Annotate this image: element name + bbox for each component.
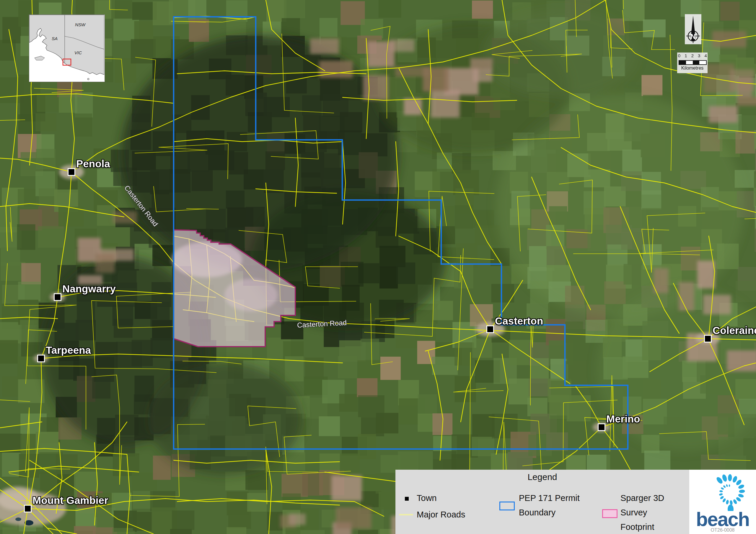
inset-land-shape — [29, 15, 104, 75]
town-label: Casterton — [495, 315, 543, 327]
inset-label-sa: SA — [52, 36, 58, 41]
town-marker-casterton — [486, 325, 494, 333]
north-arrow-n-label: N — [690, 33, 695, 40]
legend-survey-swatch — [602, 509, 617, 518]
inset-kangaroo-island — [35, 56, 44, 60]
town-label: Mount Gambier — [33, 495, 108, 506]
legend-survey-label: Sparger 3D Survey Footprint — [620, 491, 681, 534]
town-marker-penola — [68, 168, 75, 176]
logo-panel: beach OT26-0008 — [689, 470, 756, 534]
scale-tick-0: 0 — [678, 53, 680, 58]
north-arrow: N — [685, 14, 701, 44]
town-label: Nangwarry — [62, 283, 116, 295]
scale-segment-3 — [693, 61, 700, 64]
map-code: OT26-0008 — [689, 527, 756, 533]
legend-town-swatch — [405, 497, 409, 501]
town-label: Coleraine — [713, 324, 756, 336]
scale-segment-4 — [699, 61, 706, 64]
town-marker-nangwarry — [54, 293, 62, 301]
town-label: Penola — [76, 158, 110, 170]
town-marker-mount-gambier — [24, 505, 32, 513]
scale-tick-4: 4 — [704, 53, 707, 58]
inset-label-vic: VIC — [74, 50, 82, 55]
north-arrow-graphic: N — [685, 14, 701, 44]
legend-permit-label: PEP 171 Permit Boundary — [519, 491, 602, 520]
inset-islet — [87, 78, 89, 80]
scale-tick-3: 3 — [698, 53, 700, 58]
scale-bar-unit: Kilometres — [677, 65, 708, 71]
legend-panel: Legend Town Major Roads PEP 171 Permit B… — [395, 470, 689, 534]
inset-locator-map: NSW SA VIC — [29, 14, 105, 82]
legend-title: Legend — [395, 472, 689, 482]
satellite-background — [0, 0, 756, 534]
town-marker-tarpeena — [37, 355, 45, 362]
scale-bar: 01234 Kilometres — [677, 53, 708, 73]
inset-label-nsw: NSW — [75, 22, 85, 27]
town-marker-coleraine — [704, 335, 712, 343]
legend-roads-label: Major Roads — [417, 507, 465, 522]
legend-roads-swatch — [399, 514, 413, 516]
map-figure: Casterton RoadCasterton Road PenolaNangw… — [0, 0, 756, 534]
town-marker-merino — [598, 423, 606, 431]
town-label: Tarpeena — [46, 344, 91, 356]
inset-map-graphic — [29, 15, 104, 81]
beach-logo-wordmark: beach — [689, 510, 756, 528]
town-label: Merino — [606, 413, 640, 425]
legend-town-label: Town — [417, 491, 437, 505]
satellite-map-canvas — [0, 0, 756, 534]
scale-tick-1: 1 — [685, 53, 687, 58]
scale-bar-segments — [679, 60, 707, 65]
scale-segment-2 — [686, 61, 693, 64]
legend-permit-swatch — [500, 501, 515, 510]
scale-segment-1 — [679, 61, 686, 64]
scale-tick-2: 2 — [691, 53, 694, 58]
beach-logo-spiral-icon — [689, 470, 756, 511]
